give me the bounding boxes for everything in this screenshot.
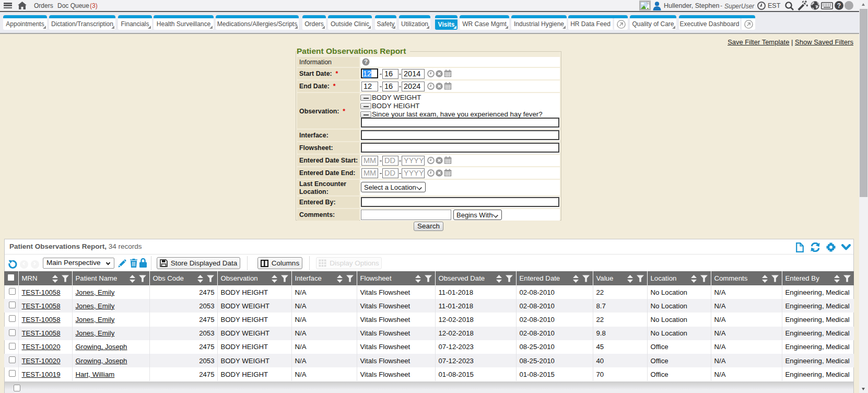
- svg-text:?: ?: [837, 2, 841, 9]
- svg-text:?: ?: [364, 59, 368, 65]
